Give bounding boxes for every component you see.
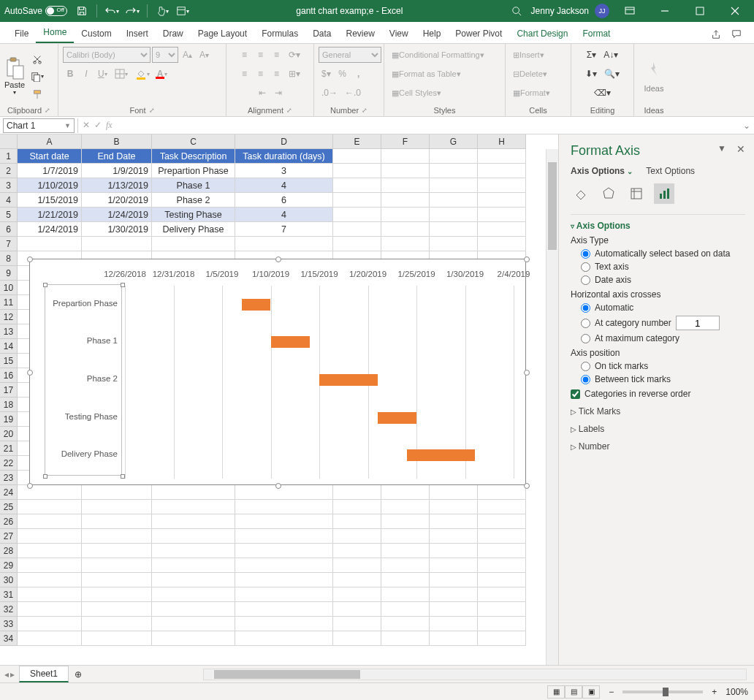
fill-button[interactable]: ⬇▾ [582, 66, 600, 82]
cell[interactable] [152, 573, 235, 587]
fill-line-icon[interactable] [571, 183, 591, 204]
gantt-bar[interactable] [319, 374, 378, 386]
column-header[interactable]: D [235, 134, 333, 149]
close-button[interactable] [720, 2, 750, 20]
vertical-scrollbar[interactable] [546, 149, 558, 665]
format-cells-button[interactable]: ▦ Format ▾ [510, 85, 553, 101]
zoom-slider[interactable] [622, 691, 703, 693]
cell[interactable] [18, 529, 82, 544]
cell[interactable]: 4 [235, 208, 333, 222]
cell[interactable] [478, 587, 526, 602]
cell[interactable] [152, 485, 235, 500]
column-header[interactable]: F [381, 134, 430, 149]
cell[interactable] [430, 485, 478, 500]
qat-customize-button[interactable]: ▾ [174, 2, 191, 20]
cell[interactable] [82, 573, 152, 587]
row-header[interactable]: 1 [0, 149, 18, 164]
normal-view-button[interactable]: ▦ [547, 685, 565, 699]
ribbon-display-button[interactable] [615, 2, 644, 20]
find-select-button[interactable]: 🔍▾ [601, 66, 622, 82]
tab-insert[interactable]: Insert [119, 24, 156, 43]
cell[interactable] [430, 631, 478, 646]
axis-selection-box[interactable] [45, 284, 122, 476]
decrease-font-button[interactable]: A▾ [197, 47, 212, 63]
row-header[interactable]: 5 [0, 208, 18, 222]
touch-mode-button[interactable]: ▾ [153, 2, 171, 20]
cell[interactable] [18, 602, 82, 617]
effects-icon[interactable] [598, 183, 619, 204]
user-name[interactable]: Jenny Jackson [531, 6, 589, 16]
cell[interactable] [82, 602, 152, 617]
page-layout-view-button[interactable]: ▤ [565, 685, 582, 699]
clipboard-launcher[interactable]: ⤢ [45, 107, 50, 114]
cell[interactable] [235, 544, 333, 558]
cell[interactable] [381, 602, 430, 617]
cell[interactable]: Delivery Phase [152, 222, 235, 237]
row-header[interactable]: 25 [0, 500, 18, 514]
cell[interactable] [333, 237, 381, 251]
number-launcher[interactable]: ⤢ [362, 107, 368, 114]
cell[interactable] [82, 631, 152, 646]
cell[interactable] [235, 529, 333, 544]
tab-power-pivot[interactable]: Power Pivot [448, 24, 509, 43]
row-header[interactable]: 17 [0, 383, 18, 397]
pane-close-button[interactable]: ✕ [736, 143, 745, 155]
cell[interactable] [333, 602, 381, 617]
row-header[interactable]: 2 [0, 164, 18, 178]
avatar[interactable]: JJ [595, 4, 609, 18]
cell[interactable] [381, 558, 430, 573]
cell-styles-button[interactable]: ▦ Cell Styles ▾ [389, 85, 444, 101]
align-left-button[interactable]: ≡ [237, 66, 252, 82]
resize-handle[interactable] [27, 483, 33, 489]
cell[interactable] [235, 631, 333, 646]
cell[interactable]: 4 [235, 178, 333, 193]
cell[interactable] [18, 617, 82, 631]
cell[interactable] [381, 514, 430, 529]
row-header[interactable]: 8 [0, 251, 18, 266]
cell[interactable] [18, 544, 82, 558]
cell[interactable] [430, 222, 478, 237]
undo-button[interactable]: ▾ [103, 2, 121, 20]
cell[interactable]: 1/7/2019 [18, 164, 82, 178]
row-header[interactable]: 4 [0, 193, 18, 208]
page-break-view-button[interactable]: ▣ [582, 685, 600, 699]
cell[interactable] [18, 514, 82, 529]
align-bottom-button[interactable]: ≡ [270, 47, 284, 63]
cell[interactable] [18, 631, 82, 646]
sheet-tab-sheet1[interactable]: Sheet1 [19, 666, 69, 682]
cell[interactable] [478, 237, 526, 251]
cell[interactable] [82, 617, 152, 631]
cell[interactable]: 1/24/2019 [18, 222, 82, 237]
cell[interactable] [82, 529, 152, 544]
fx-button[interactable]: fx [106, 120, 113, 131]
radio-text-axis[interactable]: Text axis [581, 262, 745, 272]
worksheet-grid[interactable]: ABCDEFGH 1234567891011121314151617181920… [0, 134, 558, 665]
check-reverse-order[interactable]: Categories in reverse order [571, 389, 745, 399]
row-header[interactable]: 10 [0, 281, 18, 295]
cell[interactable] [82, 500, 152, 514]
cell[interactable] [18, 587, 82, 602]
cell[interactable] [381, 617, 430, 631]
cell[interactable] [430, 514, 478, 529]
column-header[interactable]: B [82, 134, 152, 149]
conditional-formatting-button[interactable]: ▦ Conditional Formatting ▾ [389, 47, 487, 63]
tab-view[interactable]: View [382, 24, 416, 43]
cell[interactable] [18, 558, 82, 573]
cell[interactable] [478, 178, 526, 193]
row-header[interactable]: 16 [0, 368, 18, 383]
cell[interactable] [381, 164, 430, 178]
cell[interactable] [430, 573, 478, 587]
cell[interactable] [333, 164, 381, 178]
font-color-button[interactable]: A▾ [154, 66, 171, 82]
cell[interactable] [430, 208, 478, 222]
increase-indent-button[interactable]: ⇥ [271, 85, 286, 101]
sort-filter-button[interactable]: A↓▾ [601, 47, 621, 63]
cell[interactable] [381, 208, 430, 222]
name-box[interactable]: Chart 1▼ [3, 118, 75, 133]
formula-input[interactable] [117, 118, 739, 133]
cell[interactable] [333, 617, 381, 631]
cell[interactable] [82, 514, 152, 529]
cell[interactable] [430, 178, 478, 193]
enter-formula-button[interactable]: ✓ [94, 120, 102, 131]
maximize-button[interactable] [685, 2, 715, 20]
